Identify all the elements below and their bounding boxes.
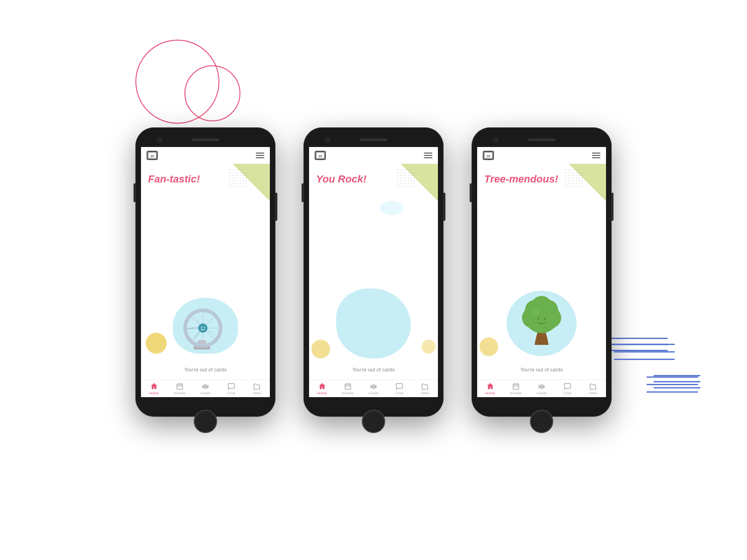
phone-3-nav-chat-label: Chat <box>564 391 571 395</box>
phone-1-body: 10 <box>135 127 275 417</box>
phone-3-nav-chat[interactable]: Chat <box>555 383 580 395</box>
phone-2-nav-files[interactable]: Files <box>412 383 438 395</box>
phone-2-nav-home[interactable]: Home <box>309 383 335 395</box>
svg-rect-41 <box>513 384 519 389</box>
phone-3-logo-icon: 10 <box>483 151 494 160</box>
phone-1-fan-illustration <box>177 304 229 352</box>
svg-rect-20 <box>177 384 183 389</box>
phone-2-card-title: You Rock! <box>316 173 366 185</box>
phone-1: 10 <box>135 127 275 433</box>
phone-1-card-title: Fan-tastic! <box>148 173 200 185</box>
page-container: 10 <box>0 0 747 560</box>
phone-1-menu[interactable] <box>256 153 264 158</box>
phone-1-nav-cards-label: Cards <box>200 391 210 395</box>
phone-1-screen: 10 <box>141 147 270 397</box>
phone-2-menu[interactable] <box>424 153 432 158</box>
phone-2-blue-blob <box>336 288 411 358</box>
phone-1-nav-files-label: Files <box>253 391 261 395</box>
phone-2-nav-chat[interactable]: Chat <box>387 383 412 395</box>
svg-point-40 <box>544 318 546 320</box>
phone-1-nav-cards[interactable]: Cards <box>192 383 218 395</box>
phone-2-bg-dots <box>396 168 415 187</box>
svg-text:10: 10 <box>150 154 154 158</box>
phone-2-bottom-nav: Home Events <box>309 379 438 397</box>
phone-3-nav-home-label: Home <box>485 391 495 395</box>
phone-2-card-subtitle: You're out of cards <box>352 367 395 372</box>
phone-2-bottom <box>309 397 438 411</box>
phone-1-speaker <box>191 139 219 141</box>
phone-2-nav-cards-label: Cards <box>368 391 378 395</box>
svg-point-39 <box>537 318 539 320</box>
phone-2: 10 <box>303 127 444 433</box>
phone-2-screen: 10 <box>309 147 438 397</box>
phone-1-nav-events-label: Events <box>174 391 185 395</box>
phone-3-bottom-nav: Home Events <box>477 379 606 397</box>
phone-1-logo-icon: 10 <box>147 151 158 160</box>
phone-2-yellow-blob-right <box>422 340 436 354</box>
phone-2-home-button[interactable] <box>362 410 385 433</box>
phone-3-card-title: Tree-mendous! <box>484 173 558 185</box>
svg-point-17 <box>199 324 207 332</box>
deco-circle-large <box>135 40 219 124</box>
phone-3: 10 <box>472 127 612 433</box>
phone-1-nav-events[interactable]: Events <box>167 383 192 395</box>
phone-2-nav-events-label: Events <box>342 391 353 395</box>
svg-rect-26 <box>345 384 351 389</box>
phone-1-bg-dots <box>228 168 247 187</box>
phone-2-nav-events[interactable]: Events <box>335 383 360 395</box>
phone-3-bg-dots <box>564 168 583 187</box>
phone-3-speaker <box>528 139 556 141</box>
phone-3-nav-events-label: Events <box>510 391 521 395</box>
phone-1-card-content: Fan-tastic! <box>141 164 270 379</box>
svg-point-18 <box>201 326 202 327</box>
phone-2-nav-files-label: Files <box>421 391 429 395</box>
phone-3-topbar <box>477 133 606 147</box>
phone-3-tree-illustration <box>518 290 565 352</box>
phone-1-inner: 10 <box>141 133 270 411</box>
phone-2-app-header: 10 <box>309 147 438 164</box>
phone-1-logo: 10 <box>147 151 158 160</box>
phone-3-nav-cards[interactable]: Cards <box>529 383 554 395</box>
phone-2-cloud <box>380 201 403 215</box>
phone-3-body: 10 <box>472 127 612 417</box>
svg-point-38 <box>532 307 540 315</box>
phone-1-bottom <box>141 397 270 411</box>
phone-2-body: 10 <box>303 127 444 417</box>
phone-3-inner: 10 <box>477 133 606 411</box>
phone-3-yellow-blob <box>479 337 498 356</box>
svg-text:10: 10 <box>318 154 322 158</box>
phone-3-nav-files[interactable]: Files <box>580 383 606 395</box>
phone-3-nav-home[interactable]: Home <box>477 383 503 395</box>
phone-3-menu[interactable] <box>592 153 600 158</box>
deco-circle-small <box>184 65 240 121</box>
phone-3-camera <box>493 138 498 142</box>
phone-3-screen: 10 <box>477 147 606 397</box>
phone-1-nav-home[interactable]: Home <box>141 383 167 395</box>
phone-1-nav-files[interactable]: Files <box>244 383 270 395</box>
phone-2-speaker <box>359 139 388 141</box>
phone-1-home-button[interactable] <box>194 410 217 433</box>
phone-3-home-button[interactable] <box>530 410 553 433</box>
phone-2-logo-icon: 10 <box>315 151 326 160</box>
phone-1-bottom-nav: Home Events <box>141 379 270 397</box>
phone-3-nav-events[interactable]: Events <box>503 383 529 395</box>
phone-1-nav-home-label: Home <box>149 391 159 395</box>
deco-lines-svg-1 <box>614 341 675 364</box>
phone-2-nav-home-label: Home <box>317 391 327 395</box>
phone-1-nav-chat[interactable]: Chat <box>218 383 244 395</box>
svg-point-19 <box>204 326 204 327</box>
phone-2-nav-chat-label: Chat <box>395 391 403 395</box>
phone-3-card-subtitle: You're out of cards <box>521 367 563 372</box>
phone-2-logo: 10 <box>315 151 326 160</box>
svg-text:10: 10 <box>486 154 490 158</box>
phone-3-nav-files-label: Files <box>589 391 597 395</box>
phone-1-nav-chat-label: Chat <box>227 391 235 395</box>
phone-1-app-header: 10 <box>141 147 270 164</box>
phone-3-nav-cards-label: Cards <box>536 391 546 395</box>
phone-2-nav-cards[interactable]: Cards <box>360 383 386 395</box>
phone-2-camera <box>325 138 330 142</box>
phone-1-camera <box>157 138 162 142</box>
phone-3-logo: 10 <box>483 151 494 160</box>
phone-3-card-content: Tree-mendous! <box>477 164 606 379</box>
phone-1-card-subtitle: You're out of cards <box>184 367 227 372</box>
